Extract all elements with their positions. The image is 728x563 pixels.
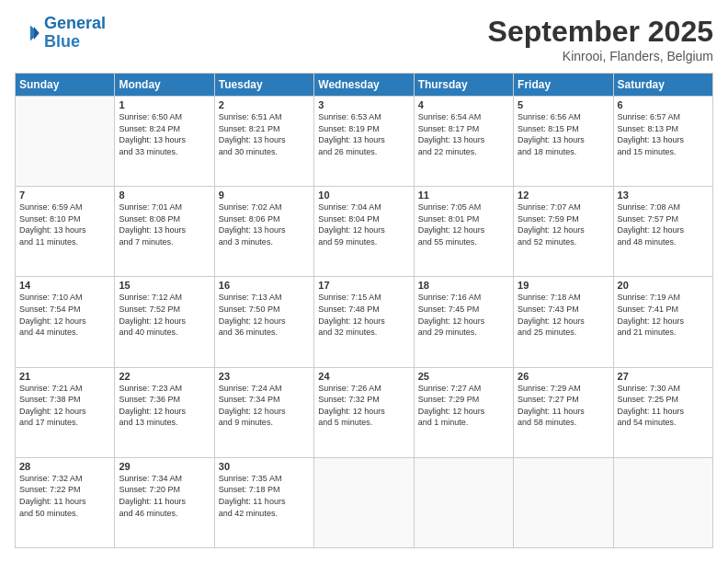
table-row: 16Sunrise: 7:13 AMSunset: 7:50 PMDayligh… [214,277,313,367]
table-row: 12Sunrise: 7:07 AMSunset: 7:59 PMDayligh… [514,187,613,277]
table-row: 20Sunrise: 7:19 AMSunset: 7:41 PMDayligh… [613,277,712,367]
table-row: 19Sunrise: 7:18 AMSunset: 7:43 PMDayligh… [514,277,613,367]
table-row: 29Sunrise: 7:34 AMSunset: 7:20 PMDayligh… [115,457,214,547]
calendar-week-row: 14Sunrise: 7:10 AMSunset: 7:54 PMDayligh… [16,277,713,367]
table-row: 1Sunrise: 6:50 AMSunset: 8:24 PMDaylight… [115,97,214,187]
calendar-week-row: 7Sunrise: 6:59 AMSunset: 8:10 PMDaylight… [16,187,713,277]
table-row: 2Sunrise: 6:51 AMSunset: 8:21 PMDaylight… [214,97,313,187]
table-row [514,457,613,547]
table-row: 14Sunrise: 7:10 AMSunset: 7:54 PMDayligh… [16,277,115,367]
table-row: 8Sunrise: 7:01 AMSunset: 8:08 PMDaylight… [115,187,214,277]
calendar-week-row: 1Sunrise: 6:50 AMSunset: 8:24 PMDaylight… [16,97,713,187]
location: Kinrooi, Flanders, Belgium [488,49,713,63]
table-row: 26Sunrise: 7:29 AMSunset: 7:27 PMDayligh… [514,367,613,457]
table-row [314,457,414,547]
table-row [16,97,115,187]
table-row: 23Sunrise: 7:24 AMSunset: 7:34 PMDayligh… [214,367,313,457]
table-row: 25Sunrise: 7:27 AMSunset: 7:29 PMDayligh… [414,367,513,457]
page: General Blue September 2025 Kinrooi, Fla… [0,0,728,563]
table-row: 24Sunrise: 7:26 AMSunset: 7:32 PMDayligh… [314,367,414,457]
table-row: 10Sunrise: 7:04 AMSunset: 8:04 PMDayligh… [314,187,414,277]
table-row: 21Sunrise: 7:21 AMSunset: 7:38 PMDayligh… [16,367,115,457]
table-row: 11Sunrise: 7:05 AMSunset: 8:01 PMDayligh… [414,187,513,277]
table-row: 9Sunrise: 7:02 AMSunset: 8:06 PMDaylight… [214,187,313,277]
table-row: 4Sunrise: 6:54 AMSunset: 8:17 PMDaylight… [414,97,513,187]
table-row: 30Sunrise: 7:35 AMSunset: 7:18 PMDayligh… [214,457,313,547]
table-row [414,457,513,547]
logo-icon [15,20,40,46]
table-row: 13Sunrise: 7:08 AMSunset: 7:57 PMDayligh… [613,187,712,277]
table-row: 6Sunrise: 6:57 AMSunset: 8:13 PMDaylight… [613,97,712,187]
table-row: 15Sunrise: 7:12 AMSunset: 7:52 PMDayligh… [115,277,214,367]
calendar-week-row: 28Sunrise: 7:32 AMSunset: 7:22 PMDayligh… [16,457,713,547]
col-friday: Friday [514,74,613,97]
table-row: 3Sunrise: 6:53 AMSunset: 8:19 PMDaylight… [314,97,414,187]
col-monday: Monday [115,74,214,97]
calendar-header-row: Sunday Monday Tuesday Wednesday Thursday… [16,74,713,97]
header: General Blue September 2025 Kinrooi, Fla… [15,15,713,63]
col-tuesday: Tuesday [214,74,313,97]
table-row [613,457,712,547]
col-thursday: Thursday [414,74,513,97]
table-row: 18Sunrise: 7:16 AMSunset: 7:45 PMDayligh… [414,277,513,367]
table-row: 28Sunrise: 7:32 AMSunset: 7:22 PMDayligh… [16,457,115,547]
col-sunday: Sunday [16,74,115,97]
table-row: 7Sunrise: 6:59 AMSunset: 8:10 PMDaylight… [16,187,115,277]
title-block: September 2025 Kinrooi, Flanders, Belgiu… [488,15,713,63]
month-title: September 2025 [488,15,713,49]
table-row: 22Sunrise: 7:23 AMSunset: 7:36 PMDayligh… [115,367,214,457]
logo-text: General Blue [44,15,106,52]
table-row: 17Sunrise: 7:15 AMSunset: 7:48 PMDayligh… [314,277,414,367]
calendar-table: Sunday Monday Tuesday Wednesday Thursday… [15,73,713,548]
col-wednesday: Wednesday [314,74,414,97]
table-row: 5Sunrise: 6:56 AMSunset: 8:15 PMDaylight… [514,97,613,187]
calendar-week-row: 21Sunrise: 7:21 AMSunset: 7:38 PMDayligh… [16,367,713,457]
table-row: 27Sunrise: 7:30 AMSunset: 7:25 PMDayligh… [613,367,712,457]
logo: General Blue [15,15,106,52]
col-saturday: Saturday [613,74,712,97]
